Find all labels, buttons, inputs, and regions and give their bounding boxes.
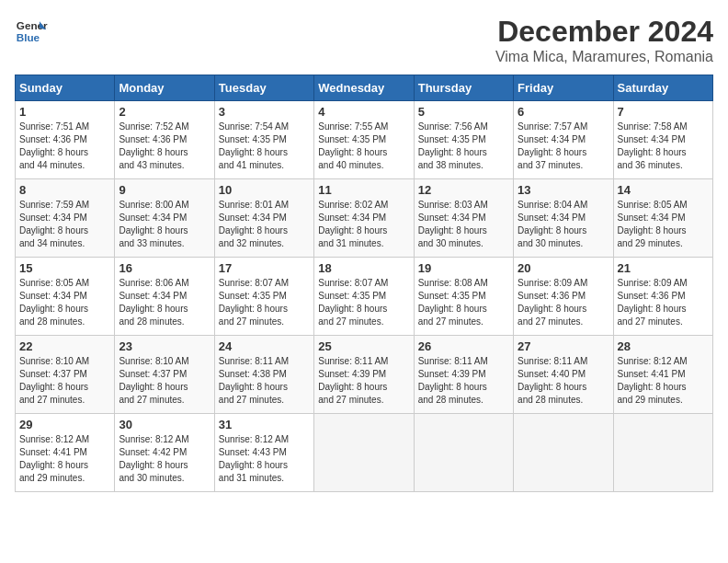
- day-number: 4: [318, 105, 409, 119]
- daylight-minutes: and 44 minutes.: [19, 160, 85, 170]
- day-number: 31: [219, 418, 310, 431]
- calendar-header-sunday: Sunday: [16, 75, 115, 101]
- calendar-header-friday: Friday: [514, 75, 613, 101]
- day-number: 25: [318, 339, 409, 353]
- sunrise-time: Sunrise: 8:06 AM: [119, 278, 188, 288]
- sunset-time: Sunset: 4:34 PM: [119, 291, 187, 301]
- day-info: Sunrise: 7:59 AM Sunset: 4:34 PM Dayligh…: [19, 199, 110, 250]
- daylight-hours: Daylight: 8 hours: [618, 225, 687, 236]
- calendar-header-tuesday: Tuesday: [214, 75, 313, 101]
- daylight-hours: Daylight: 8 hours: [618, 304, 687, 314]
- sunset-time: Sunset: 4:35 PM: [418, 291, 486, 301]
- day-number: 20: [518, 261, 609, 275]
- calendar-cell: 1 Sunrise: 7:51 AM Sunset: 4:36 PM Dayli…: [16, 101, 115, 179]
- day-info: Sunrise: 8:01 AM Sunset: 4:34 PM Dayligh…: [219, 199, 310, 250]
- sunset-time: Sunset: 4:34 PM: [518, 213, 586, 223]
- calendar-cell: 25 Sunrise: 8:11 AM Sunset: 4:39 PM Dayl…: [314, 336, 414, 414]
- sunrise-time: Sunrise: 8:05 AM: [618, 200, 688, 210]
- sunset-time: Sunset: 4:41 PM: [19, 447, 87, 457]
- daylight-hours: Daylight: 8 hours: [219, 225, 288, 236]
- daylight-minutes: and 31 minutes.: [318, 238, 383, 248]
- calendar-header-thursday: Thursday: [414, 75, 513, 101]
- calendar-cell: 31 Sunrise: 8:12 AM Sunset: 4:43 PM Dayl…: [214, 414, 313, 492]
- calendar-week-row: 22 Sunrise: 8:10 AM Sunset: 4:37 PM Dayl…: [16, 336, 713, 414]
- sunrise-time: Sunrise: 8:09 AM: [618, 278, 688, 288]
- sunrise-time: Sunrise: 8:07 AM: [318, 278, 388, 288]
- daylight-hours: Daylight: 8 hours: [418, 304, 487, 314]
- daylight-minutes: and 34 minutes.: [19, 238, 85, 248]
- header: General Blue December 2024 Vima Mica, Ma…: [15, 15, 713, 65]
- daylight-minutes: and 43 minutes.: [119, 160, 184, 170]
- day-number: 21: [618, 261, 709, 275]
- day-info: Sunrise: 8:06 AM Sunset: 4:34 PM Dayligh…: [119, 277, 210, 328]
- daylight-hours: Daylight: 8 hours: [119, 304, 188, 314]
- daylight-hours: Daylight: 8 hours: [19, 147, 88, 157]
- day-info: Sunrise: 8:10 AM Sunset: 4:37 PM Dayligh…: [119, 355, 210, 407]
- day-info: Sunrise: 7:54 AM Sunset: 4:35 PM Dayligh…: [219, 121, 310, 172]
- calendar-cell: 6 Sunrise: 7:57 AM Sunset: 4:34 PM Dayli…: [514, 101, 613, 179]
- daylight-hours: Daylight: 8 hours: [219, 460, 288, 470]
- calendar-cell: 28 Sunrise: 8:12 AM Sunset: 4:41 PM Dayl…: [613, 336, 712, 414]
- daylight-hours: Daylight: 8 hours: [19, 304, 88, 314]
- calendar-header-wednesday: Wednesday: [314, 75, 414, 101]
- day-info: Sunrise: 8:07 AM Sunset: 4:35 PM Dayligh…: [318, 277, 409, 328]
- calendar-cell: 20 Sunrise: 8:09 AM Sunset: 4:36 PM Dayl…: [514, 258, 613, 336]
- daylight-hours: Daylight: 8 hours: [518, 147, 586, 157]
- day-info: Sunrise: 7:57 AM Sunset: 4:34 PM Dayligh…: [518, 121, 609, 172]
- daylight-hours: Daylight: 8 hours: [418, 382, 487, 392]
- daylight-hours: Daylight: 8 hours: [119, 382, 188, 392]
- sunset-time: Sunset: 4:34 PM: [418, 213, 486, 223]
- calendar-header-saturday: Saturday: [613, 75, 712, 101]
- daylight-minutes: and 27 minutes.: [618, 316, 683, 327]
- day-number: 28: [618, 339, 709, 353]
- sunset-time: Sunset: 4:40 PM: [518, 369, 586, 379]
- day-info: Sunrise: 7:58 AM Sunset: 4:34 PM Dayligh…: [618, 121, 709, 172]
- day-number: 12: [418, 183, 509, 197]
- calendar-week-row: 29 Sunrise: 8:12 AM Sunset: 4:41 PM Dayl…: [16, 414, 713, 492]
- daylight-hours: Daylight: 8 hours: [219, 147, 288, 157]
- sunrise-time: Sunrise: 7:51 AM: [19, 121, 89, 132]
- sunrise-time: Sunrise: 8:02 AM: [318, 200, 388, 210]
- calendar-cell: [414, 414, 513, 492]
- day-number: 6: [518, 105, 609, 119]
- sunset-time: Sunset: 4:36 PM: [19, 134, 87, 144]
- day-number: 5: [418, 105, 509, 119]
- daylight-hours: Daylight: 8 hours: [119, 225, 188, 236]
- sunrise-time: Sunrise: 7:55 AM: [318, 121, 388, 132]
- daylight-minutes: and 29 minutes.: [19, 473, 85, 483]
- day-number: 1: [19, 105, 110, 119]
- sunset-time: Sunset: 4:36 PM: [618, 291, 686, 301]
- sunrise-time: Sunrise: 7:52 AM: [119, 121, 188, 132]
- calendar-cell: 3 Sunrise: 7:54 AM Sunset: 4:35 PM Dayli…: [214, 101, 313, 179]
- sunrise-time: Sunrise: 7:54 AM: [219, 121, 289, 132]
- daylight-hours: Daylight: 8 hours: [618, 147, 687, 157]
- calendar-cell: 27 Sunrise: 8:11 AM Sunset: 4:40 PM Dayl…: [514, 336, 613, 414]
- daylight-hours: Daylight: 8 hours: [618, 382, 687, 392]
- daylight-minutes: and 29 minutes.: [618, 238, 683, 248]
- day-info: Sunrise: 8:12 AM Sunset: 4:42 PM Dayligh…: [119, 433, 210, 485]
- day-info: Sunrise: 8:08 AM Sunset: 4:35 PM Dayligh…: [418, 277, 509, 328]
- svg-text:Blue: Blue: [17, 31, 40, 43]
- calendar-cell: 9 Sunrise: 8:00 AM Sunset: 4:34 PM Dayli…: [115, 179, 214, 258]
- daylight-minutes: and 41 minutes.: [219, 160, 284, 170]
- daylight-minutes: and 31 minutes.: [219, 473, 284, 483]
- calendar-cell: [613, 414, 712, 492]
- day-info: Sunrise: 8:11 AM Sunset: 4:38 PM Dayligh…: [219, 355, 310, 407]
- daylight-minutes: and 40 minutes.: [318, 160, 383, 170]
- sunset-time: Sunset: 4:37 PM: [119, 369, 187, 379]
- day-number: 17: [219, 261, 310, 275]
- calendar-header-monday: Monday: [115, 75, 214, 101]
- sunrise-time: Sunrise: 7:56 AM: [418, 121, 488, 132]
- daylight-hours: Daylight: 8 hours: [318, 147, 387, 157]
- sunset-time: Sunset: 4:34 PM: [318, 213, 386, 223]
- day-info: Sunrise: 8:04 AM Sunset: 4:34 PM Dayligh…: [518, 199, 609, 250]
- day-number: 18: [318, 261, 409, 275]
- sunrise-time: Sunrise: 8:09 AM: [518, 278, 587, 288]
- calendar-cell: 2 Sunrise: 7:52 AM Sunset: 4:36 PM Dayli…: [115, 101, 214, 179]
- logo-icon: General Blue: [15, 15, 48, 48]
- day-info: Sunrise: 8:12 AM Sunset: 4:41 PM Dayligh…: [19, 433, 110, 485]
- day-number: 11: [318, 183, 409, 197]
- daylight-minutes: and 27 minutes.: [219, 316, 284, 327]
- sunrise-time: Sunrise: 7:58 AM: [618, 121, 688, 132]
- calendar-cell: 23 Sunrise: 8:10 AM Sunset: 4:37 PM Dayl…: [115, 336, 214, 414]
